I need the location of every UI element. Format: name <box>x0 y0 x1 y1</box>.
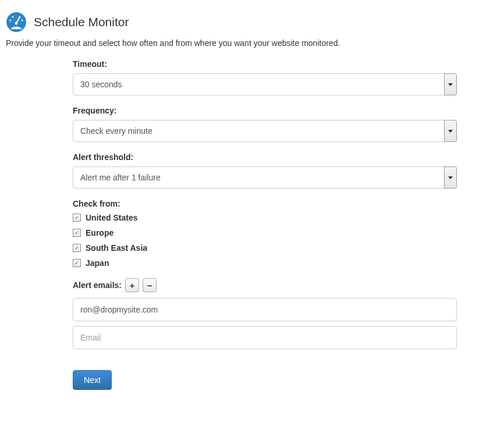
timeout-label: Timeout: <box>73 59 457 69</box>
alert-emails-label: Alert emails: <box>73 281 122 290</box>
page-header: Schedule Monitor <box>6 12 498 33</box>
chevron-down-icon <box>444 120 457 142</box>
svg-point-5 <box>15 22 18 25</box>
check-from-item: ✓ Europe <box>73 228 457 237</box>
alert-threshold-group: Alert threshold: Alert me after 1 failur… <box>73 152 457 189</box>
check-from-label: Check from: <box>73 199 457 208</box>
check-from-item: ✓ South East Asia <box>73 243 457 253</box>
check-from-item-label: Japan <box>86 258 109 268</box>
check-from-item: ✓ Japan <box>73 258 457 268</box>
plus-icon: + <box>130 281 135 290</box>
checkbox-japan[interactable]: ✓ <box>73 259 81 267</box>
check-from-item-label: Europe <box>86 228 113 237</box>
checkbox-europe[interactable]: ✓ <box>73 229 81 237</box>
check-from-item-label: United States <box>86 213 137 222</box>
chevron-down-icon <box>444 73 457 95</box>
svg-point-2 <box>12 16 14 18</box>
check-from-list: ✓ United States ✓ Europe ✓ South East As… <box>73 213 457 268</box>
checkbox-south-east-asia[interactable]: ✓ <box>73 244 81 252</box>
alert-email-input-1[interactable] <box>73 326 457 349</box>
remove-email-button[interactable]: − <box>143 278 157 292</box>
alert-threshold-label: Alert threshold: <box>73 152 457 162</box>
check-from-group: Check from: ✓ United States ✓ Europe ✓ S… <box>73 199 457 268</box>
add-email-button[interactable]: + <box>125 278 139 292</box>
frequency-group: Frequency: Check every minute <box>73 106 457 142</box>
alert-threshold-value: Alert me after 1 failure <box>73 166 457 189</box>
check-from-item: ✓ United States <box>73 213 457 222</box>
alert-emails-header: Alert emails: + − <box>73 278 457 292</box>
timeout-select[interactable]: 30 seconds <box>73 73 457 95</box>
gauge-icon <box>6 12 27 33</box>
page-description: Provide your timeout and select how ofte… <box>6 38 498 48</box>
timeout-value: 30 seconds <box>73 73 457 95</box>
alert-threshold-select[interactable]: Alert me after 1 failure <box>73 166 457 189</box>
timeout-group: Timeout: 30 seconds <box>73 59 457 95</box>
checkbox-united-states[interactable]: ✓ <box>73 214 81 222</box>
next-button[interactable]: Next <box>73 370 112 390</box>
frequency-label: Frequency: <box>73 106 457 115</box>
svg-point-1 <box>10 20 12 22</box>
monitor-form: Timeout: 30 seconds Frequency: Check eve… <box>73 59 457 390</box>
frequency-value: Check every minute <box>73 120 457 142</box>
page-title: Schedule Monitor <box>34 15 129 29</box>
minus-icon: − <box>147 281 152 290</box>
check-from-item-label: South East Asia <box>86 243 147 253</box>
alert-email-input-0[interactable] <box>73 298 457 321</box>
frequency-select[interactable]: Check every minute <box>73 120 457 142</box>
chevron-down-icon <box>444 166 457 189</box>
alert-emails-group: Alert emails: + − <box>73 278 457 354</box>
svg-point-4 <box>22 20 23 22</box>
